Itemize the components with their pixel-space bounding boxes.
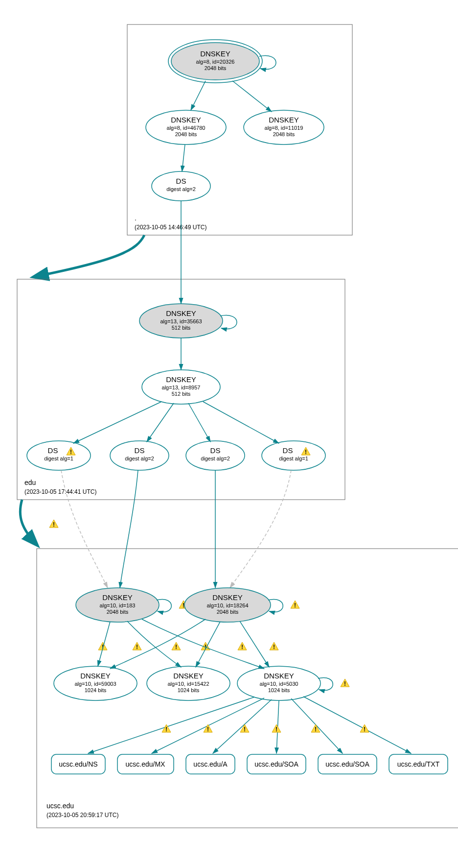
warning-icon	[133, 642, 141, 651]
warning-icon	[311, 724, 320, 733]
node-rr-ns: ucsc.edu/NS	[51, 754, 105, 774]
svg-text:512 bits: 512 bits	[172, 391, 191, 397]
edge-ds4-k18264-dashed	[230, 470, 291, 588]
zone-root-label: .	[135, 214, 137, 222]
edge-zsk1-ds	[182, 145, 185, 171]
svg-text:DNSKEY: DNSKEY	[269, 116, 299, 124]
svg-text:digest alg=1: digest alg=1	[279, 456, 308, 461]
edge-k18264-k5030	[240, 621, 269, 667]
node-rr-a: ucsc.edu/A	[186, 754, 235, 774]
edge-rootksk-zsk1	[191, 81, 206, 110]
node-edu-ds4: DS digest alg=1	[262, 441, 325, 470]
svg-text:ucsc.edu/SOA: ucsc.edu/SOA	[325, 760, 369, 768]
warning-icon	[360, 724, 369, 733]
node-root-ksk: DNSKEY alg=8, id=20326 2048 bits	[168, 40, 262, 83]
svg-text:1024 bits: 1024 bits	[268, 687, 290, 693]
svg-text:2048 bits: 2048 bits	[205, 65, 227, 71]
svg-text:ucsc.edu/NS: ucsc.edu/NS	[59, 760, 97, 768]
svg-text:2048 bits: 2048 bits	[107, 609, 129, 615]
edge-k18264-k15422	[196, 622, 220, 667]
warning-icon	[240, 724, 249, 733]
edge-eduzsk-ds4	[203, 402, 279, 443]
svg-text:DS: DS	[283, 446, 293, 455]
node-ucsc-k15422: DNSKEY alg=10, id=15422 1024 bits	[147, 666, 230, 700]
warning-icon	[272, 724, 281, 733]
svg-text:2048 bits: 2048 bits	[273, 131, 295, 137]
svg-text:alg=10, id=18264: alg=10, id=18264	[206, 603, 248, 608]
svg-text:alg=10, id=183: alg=10, id=183	[100, 603, 136, 608]
edge-rootksk-zsk2	[232, 81, 272, 112]
svg-text:DNSKEY: DNSKEY	[80, 672, 111, 680]
node-ucsc-k183: DNSKEY alg=10, id=183 2048 bits	[76, 588, 159, 622]
warning-icon	[291, 601, 299, 609]
node-edu-zsk: DNSKEY alg=13, id=8957 512 bits	[142, 370, 220, 404]
dnssec-graph: ! . (2023-10-05 14:46:49 UTC) DNSKEY alg…	[10, 10, 458, 868]
zone-ucsc-label: ucsc.edu	[46, 802, 74, 810]
node-edu-ds2: DS digest alg=2	[110, 441, 169, 470]
svg-text:alg=10, id=59003: alg=10, id=59003	[74, 681, 116, 687]
node-ucsc-k59003: DNSKEY alg=10, id=59003 1024 bits	[54, 666, 137, 700]
node-ucsc-k18264: DNSKEY alg=10, id=18264 2048 bits	[184, 588, 271, 622]
node-root-zsk2: DNSKEY alg=8, id=11019 2048 bits	[244, 110, 324, 145]
node-root-zsk1: DNSKEY alg=8, id=46780 2048 bits	[146, 110, 226, 145]
edge-k183-k59003	[98, 622, 110, 666]
svg-text:DNSKEY: DNSKEY	[173, 672, 204, 680]
node-rr-mx: ucsc.edu/MX	[117, 754, 174, 774]
node-root-ds: DS digest alg=2	[152, 171, 210, 201]
edge-k5030-txt	[303, 697, 411, 753]
svg-text:alg=8, id=20326: alg=8, id=20326	[196, 59, 235, 65]
svg-text:alg=13, id=8957: alg=13, id=8957	[162, 385, 201, 390]
node-edu-ksk: DNSKEY alg=13, id=35663 512 bits	[139, 304, 223, 338]
edge-k5030-a	[213, 699, 272, 753]
node-edu-ds3: DS digest alg=2	[186, 441, 245, 470]
svg-text:digest alg=2: digest alg=2	[201, 456, 230, 461]
svg-text:ucsc.edu/TXT: ucsc.edu/TXT	[397, 760, 440, 768]
edge-ds1-k183-dashed	[61, 470, 108, 588]
node-ucsc-k5030: DNSKEY alg=10, id=5030 1024 bits	[237, 666, 321, 700]
edge-ds2-k183	[120, 470, 138, 588]
svg-text:DS: DS	[210, 446, 221, 455]
svg-text:ucsc.edu/SOA: ucsc.edu/SOA	[254, 760, 298, 768]
edge-k183-k5030	[142, 619, 264, 669]
svg-text:1024 bits: 1024 bits	[178, 687, 200, 693]
node-rr-soa1: ucsc.edu/SOA	[247, 754, 306, 774]
svg-text:DS: DS	[176, 177, 186, 185]
warning-icon	[172, 642, 181, 651]
zone-arrow-root-edu	[34, 235, 144, 277]
svg-text:512 bits: 512 bits	[172, 325, 191, 331]
edge-k5030-soa2	[291, 699, 343, 753]
warning-icon	[238, 642, 247, 651]
svg-text:digest alg=2: digest alg=2	[166, 186, 196, 192]
warning-icon	[341, 679, 349, 687]
svg-text:alg=10, id=5030: alg=10, id=5030	[260, 681, 298, 687]
zone-ucsc-ts: (2023-10-05 20:59:17 UTC)	[46, 812, 118, 819]
svg-text:DNSKEY: DNSKEY	[166, 375, 196, 384]
zone-edu-label: edu	[24, 479, 36, 486]
zone-arrow-edu-ucsc	[20, 500, 37, 545]
svg-text:alg=13, id=35663: alg=13, id=35663	[160, 318, 202, 324]
svg-text:2048 bits: 2048 bits	[217, 609, 239, 615]
edge-k183-k15422	[127, 621, 181, 667]
edge-eduzsk-ds1	[73, 402, 161, 443]
svg-text:DNSKEY: DNSKEY	[212, 593, 243, 602]
node-rr-txt: ucsc.edu/TXT	[389, 754, 448, 774]
svg-text:alg=8, id=46780: alg=8, id=46780	[167, 125, 206, 131]
svg-text:digest alg=2: digest alg=2	[125, 456, 154, 461]
svg-text:ucsc.edu/MX: ucsc.edu/MX	[126, 760, 166, 768]
svg-text:DNSKEY: DNSKEY	[166, 309, 196, 317]
svg-text:DNSKEY: DNSKEY	[102, 593, 133, 602]
svg-text:DNSKEY: DNSKEY	[200, 49, 230, 58]
warning-icon	[204, 724, 212, 733]
zone-root-ts: (2023-10-05 14:46:49 UTC)	[135, 224, 206, 231]
edge-eduzsk-ds2	[147, 403, 174, 442]
svg-text:DNSKEY: DNSKEY	[264, 672, 294, 680]
node-edu-ds1: DS digest alg=1	[27, 441, 91, 470]
warning-icon	[49, 520, 58, 528]
edge-k5030-ns	[88, 697, 254, 753]
svg-text:1024 bits: 1024 bits	[85, 687, 107, 693]
svg-text:alg=8, id=11019: alg=8, id=11019	[265, 125, 303, 131]
svg-text:ucsc.edu/A: ucsc.edu/A	[193, 760, 228, 768]
zone-edu-ts: (2023-10-05 17:44:41 UTC)	[24, 488, 96, 495]
svg-text:DS: DS	[135, 446, 145, 455]
node-rr-soa2: ucsc.edu/SOA	[318, 754, 377, 774]
